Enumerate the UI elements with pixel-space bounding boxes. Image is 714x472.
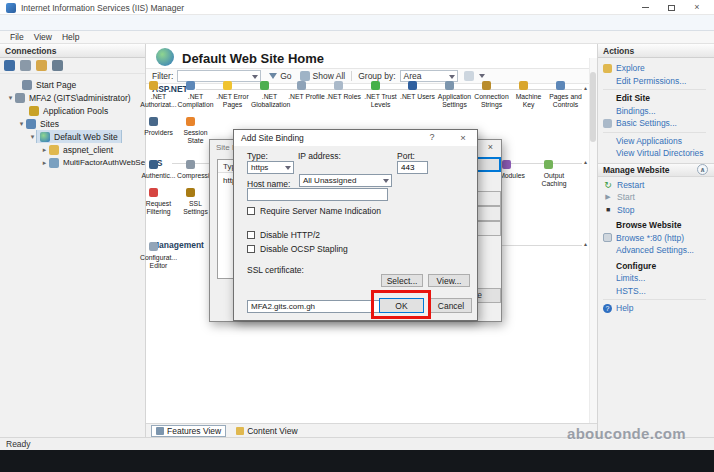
ssl-certificate-select[interactable]: MFA2.gits.com.gh <box>247 300 388 313</box>
chevron-down-icon <box>449 75 455 79</box>
minimize-button[interactable] <box>632 0 658 15</box>
expander-icon[interactable]: ▾ <box>17 120 26 128</box>
menu-view[interactable]: View <box>34 32 52 42</box>
connections-panel: Connections Start Page ▾ MFA2 (GITS\admi… <box>0 44 146 437</box>
feature-net-authorization[interactable]: .NET Authorizat... <box>140 91 177 108</box>
dialog-help-icon[interactable]: ? <box>424 132 440 144</box>
cancel-button[interactable]: Cancel <box>430 298 472 313</box>
action-limits[interactable]: Limits... <box>603 272 714 285</box>
feature-label: Connection Strings <box>473 93 510 108</box>
menu-bar: File View Help <box>0 31 714 44</box>
action-stop[interactable]: ■Stop <box>603 204 714 217</box>
feature-application-settings[interactable]: Application Settings <box>436 91 473 108</box>
server-icon <box>15 93 25 103</box>
tree-item-start-page[interactable]: Start Page <box>0 78 145 91</box>
maximize-button[interactable] <box>658 0 684 15</box>
action-browse-80[interactable]: Browse *:80 (http) <box>603 232 714 245</box>
expander-icon[interactable]: ▾ <box>28 133 37 141</box>
feature-net-trust-levels[interactable]: .NET Trust Levels <box>362 91 399 108</box>
type-select[interactable]: https <box>247 161 294 174</box>
tab-content-view[interactable]: Content View <box>232 425 301 437</box>
ip-address-select[interactable]: All Unassigned <box>299 174 392 187</box>
action-explore[interactable]: Explore <box>603 62 714 75</box>
feature-net-roles[interactable]: .NET Roles <box>325 91 362 101</box>
checkbox-icon[interactable] <box>247 207 255 215</box>
checkbox-icon[interactable] <box>247 245 255 253</box>
save-connections-icon[interactable] <box>20 60 31 71</box>
delete-connection-icon[interactable] <box>52 60 63 71</box>
close-button[interactable]: × <box>684 0 710 15</box>
actions-group-edit-site: Edit Site <box>603 92 714 105</box>
action-label: Restart <box>617 180 644 190</box>
collapse-group-icon[interactable]: ∧ <box>697 164 708 175</box>
dialog-close-icon[interactable]: × <box>453 132 473 144</box>
menu-help[interactable]: Help <box>62 32 79 42</box>
action-basic-settings[interactable]: Basic Settings... <box>603 117 714 130</box>
go-button[interactable]: Go <box>280 71 291 81</box>
site-globe-icon <box>40 132 50 142</box>
action-label: View Applications <box>616 136 682 146</box>
show-all-button[interactable]: Show All <box>313 71 346 81</box>
view-grid-icon[interactable] <box>464 71 474 81</box>
action-bindings[interactable]: Bindings... <box>603 105 714 118</box>
feature-net-users[interactable]: .NET Users <box>399 91 436 101</box>
tab-features-view[interactable]: Features View <box>151 425 226 437</box>
collapse-section-icon[interactable]: ▴ <box>584 158 587 165</box>
collapse-section-icon[interactable]: ▴ <box>584 240 587 247</box>
feature-net-error-pages[interactable]: .NET Error Pages <box>214 91 251 108</box>
feature-net-profile[interactable]: .NET Profile <box>288 91 325 101</box>
close-icon[interactable]: × <box>488 142 493 152</box>
expander-icon[interactable]: ▸ <box>40 146 49 154</box>
tree-item-default-web-site[interactable]: ▾ Default Web Site <box>0 130 145 143</box>
title-bar: Internet Information Services (IIS) Mana… <box>0 0 714 15</box>
tree-item-aspnet-client[interactable]: ▸ aspnet_client <box>0 143 145 156</box>
feature-machine-key[interactable]: Machine Key <box>510 91 547 108</box>
action-label: Edit Permissions... <box>616 76 686 86</box>
ocsp-checkbox-row[interactable]: Disable OCSP Stapling <box>247 244 348 254</box>
feature-net-globalization[interactable]: .NET Globalization <box>251 91 288 108</box>
feature-providers[interactable]: Providers <box>140 127 177 137</box>
http2-label: Disable HTTP/2 <box>260 230 320 240</box>
feature-label: Configurat... Editor <box>140 254 177 269</box>
feature-connection-strings[interactable]: Connection Strings <box>473 91 510 108</box>
sni-checkbox-row[interactable]: Require Server Name Indication <box>247 206 381 216</box>
feature-output-caching[interactable]: Output Caching <box>534 170 574 187</box>
host-name-input[interactable] <box>247 188 388 201</box>
collapse-section-icon[interactable]: ▴ <box>584 84 587 91</box>
tree-item-application-pools[interactable]: Application Pools <box>0 104 145 117</box>
http2-checkbox-row[interactable]: Disable HTTP/2 <box>247 230 320 240</box>
window-title: Internet Information Services (IIS) Mana… <box>21 3 184 13</box>
tree-item-server[interactable]: ▾ MFA2 (GITS\administrator) <box>0 91 145 104</box>
divider <box>603 132 706 133</box>
up-icon[interactable] <box>36 60 47 71</box>
tree-label: MFA2 (GITS\administrator) <box>29 93 131 103</box>
tree-item-sites[interactable]: ▾ Sites <box>0 117 145 130</box>
action-restart[interactable]: ↻Restart <box>603 179 714 192</box>
feature-configuration-editor[interactable]: Configurat... Editor <box>140 252 177 269</box>
feature-pages-controls[interactable]: Pages and Controls <box>547 91 584 108</box>
type-label: Type: <box>247 151 268 161</box>
port-input[interactable] <box>397 161 428 174</box>
create-connection-icon[interactable] <box>4 60 15 71</box>
tree-item-multifactorauth[interactable]: ▸ MultiFactorAuthWebServiceSdk <box>0 156 145 169</box>
close-icon: × <box>694 2 699 12</box>
checkbox-icon[interactable] <box>247 231 255 239</box>
feature-net-compilation[interactable]: .NET Compilation <box>177 91 214 108</box>
actions-group-manage-website[interactable]: Manage Website∧ <box>598 163 714 177</box>
action-start[interactable]: ▶Start <box>603 191 714 204</box>
menu-file[interactable]: File <box>10 32 24 42</box>
scrollbar-thumb[interactable] <box>590 72 596 142</box>
action-edit-permissions[interactable]: Edit Permissions... <box>603 75 714 88</box>
action-view-virtual-directories[interactable]: View Virtual Directories <box>603 147 714 160</box>
select-button[interactable]: Select... <box>381 274 423 287</box>
expander-icon[interactable]: ▸ <box>40 159 49 167</box>
feature-authentication[interactable]: Authentic... <box>140 170 177 180</box>
action-view-applications[interactable]: View Applications <box>603 135 714 148</box>
expander-icon[interactable]: ▾ <box>6 94 15 102</box>
action-advanced-settings[interactable]: Advanced Settings... <box>603 244 714 257</box>
action-help[interactable]: ?Help <box>603 302 714 315</box>
tree-label: Application Pools <box>43 106 108 116</box>
view-button[interactable]: View... <box>428 274 470 287</box>
feature-request-filtering[interactable]: Request Filtering <box>140 198 177 215</box>
action-hsts[interactable]: HSTS... <box>603 285 714 298</box>
